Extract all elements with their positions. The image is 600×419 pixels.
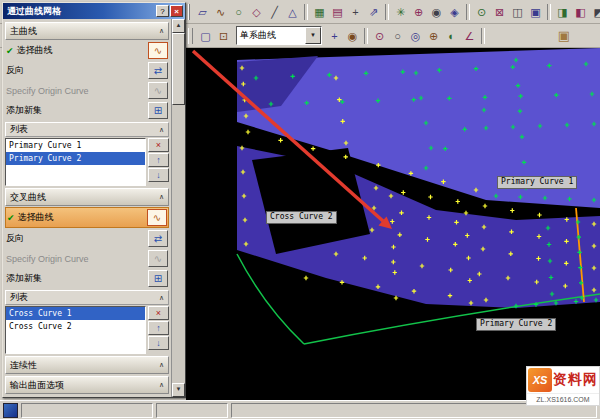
toolbar-icon[interactable]: ▢ [197,27,214,45]
toolbar-icon[interactable]: ▱ [194,3,211,21]
selection-toolbar-left-icons: ▢⊡ [197,27,232,45]
list-item[interactable]: Primary Curve 1 [6,139,145,152]
chevron-up-icon[interactable]: ∧ [159,294,164,302]
remove-item-button[interactable]: × [148,138,169,152]
cross-select-curve-row: ✔ 选择曲线 ∿ [5,207,169,228]
curve-label[interactable]: Primary Curve 2 [476,318,556,331]
primary-origin-button[interactable]: ∿ [148,82,168,99]
cross-origin-button[interactable]: ∿ [148,250,168,267]
dropdown-icon[interactable]: ▼ [305,27,321,44]
toolbar-icon[interactable]: ◧ [572,3,589,21]
toolbar-icon[interactable]: ∿ [212,3,229,21]
toolbar-icon[interactable]: + [326,27,343,45]
cross-curves-header[interactable]: 交叉曲线 ∧ [5,188,169,206]
dialog-close-button[interactable]: × [170,5,183,17]
toolbar-icon[interactable]: ∠ [461,27,478,45]
toolbar-icon[interactable]: ⊙ [473,3,490,21]
primary-curves-header[interactable]: 主曲线 ∧ [5,22,169,40]
view-cube-icon[interactable]: ▣ [554,26,574,46]
toolbar-icon[interactable]: ◈ [446,3,463,21]
list-item[interactable]: Cross Curve 2 [6,320,145,333]
move-up-button[interactable]: ↑ [148,321,169,335]
toolbar-grip[interactable] [188,4,190,20]
cross-add-set-label: 添加新集 [6,272,42,285]
cross-add-set-button[interactable]: ⊞ [148,270,168,287]
toolbar-separator [466,4,470,20]
list-item[interactable]: Cross Curve 1 [6,307,145,320]
cross-curve-list[interactable]: Cross Curve 1Cross Curve 2 [5,306,146,354]
primary-add-set-button[interactable]: ⊞ [148,102,168,119]
scrollbar-track[interactable] [172,33,185,383]
toolbar-icon[interactable]: ⊕ [425,27,442,45]
scrollbar-thumb[interactable] [172,33,185,105]
graphics-viewport[interactable]: Primary Curve 1Cross Curve 2Primary Curv… [186,48,600,400]
dialog-scrollbar[interactable]: ▲ ▼ [171,19,185,397]
scroll-down-button[interactable]: ▼ [172,383,185,397]
chevron-up-icon[interactable]: ∧ [159,27,164,35]
toolbar-icon[interactable]: ▣ [527,3,544,21]
through-curve-mesh-dialog: 通过曲线网格 ? × 主曲线 ∧ ✔ 选择曲线 ∿ 反向 ⇄ [2,2,186,398]
toolbar-icon[interactable]: ◫ [509,3,526,21]
toolbar-icon[interactable]: ╱ [266,3,283,21]
move-down-button[interactable]: ↓ [148,168,169,182]
scroll-up-button[interactable]: ▲ [172,19,185,33]
toolbar-icon[interactable]: ▤ [329,3,346,21]
remove-item-button[interactable]: × [148,306,169,320]
toolbar-separator [547,4,551,20]
primary-list-wrap: Primary Curve 1Primary Curve 2 × ↑ ↓ [5,138,169,186]
chevron-up-icon[interactable]: ∧ [159,381,164,389]
dialog-content: 主曲线 ∧ ✔ 选择曲线 ∿ 反向 ⇄ Specify Origin Curve… [3,19,171,397]
cross-origin-row: Specify Origin Curve ∿ [5,249,169,268]
toolbar-icon[interactable]: ○ [230,3,247,21]
primary-curves-header-label: 主曲线 [10,25,37,38]
toolbar-icon[interactable]: ◉ [344,27,361,45]
toolbar-icon[interactable]: △ [284,3,301,21]
primary-curve-list[interactable]: Primary Curve 1Primary Curve 2 [5,138,146,186]
cross-select-curve-button[interactable]: ∿ [147,209,167,226]
toolbar-icon[interactable]: ◇ [248,3,265,21]
toolbar-grip[interactable] [188,28,193,44]
watermark: XS 资料网 ZL.XS1616.COM [526,366,600,406]
toolbar-icon[interactable]: ◉ [428,3,445,21]
toolbar-icon[interactable]: ⇗ [365,3,382,21]
primary-add-set-label: 添加新集 [6,104,42,117]
curve-rule-combo[interactable]: 单系曲线 ▼ [236,26,322,45]
toolbar-icon[interactable]: ⊙ [371,27,388,45]
toolbar-icon[interactable]: ◨ [554,3,571,21]
cross-origin-label: Specify Origin Curve [6,254,89,264]
app-icon[interactable] [3,403,18,418]
toolbar-icon[interactable]: ◐ [443,27,460,45]
toolbar-icon[interactable]: ◎ [407,27,424,45]
chevron-up-icon[interactable]: ∧ [159,361,164,369]
toolbar-icon[interactable]: ⊠ [491,3,508,21]
curve-label[interactable]: Cross Curve 2 [266,211,337,224]
toolbar-icon[interactable]: ⊡ [215,27,232,45]
snap-point-icons: +◉⊙○◎⊕◐∠ [326,27,487,45]
primary-list-header[interactable]: 列表 ∧ [5,122,169,137]
dialog-help-button[interactable]: ? [156,5,169,17]
dialog-titlebar[interactable]: 通过曲线网格 ? × [3,3,185,19]
primary-select-curve-button[interactable]: ∿ [148,42,168,59]
output-surface-header-label: 输出曲面选项 [10,379,64,392]
toolbar-icon[interactable]: ✳ [392,3,409,21]
output-surface-header[interactable]: 输出曲面选项 ∧ [5,376,169,394]
chevron-up-icon[interactable]: ∧ [159,193,164,201]
move-down-button[interactable]: ↓ [148,336,169,350]
cross-list-header[interactable]: 列表 ∧ [5,290,169,305]
cross-list-label: 列表 [10,291,28,304]
list-item[interactable]: Primary Curve 2 [6,152,145,165]
cross-reverse-button[interactable]: ⇄ [148,230,168,247]
check-icon: ✔ [7,213,15,223]
curve-label[interactable]: Primary Curve 1 [497,176,577,189]
primary-reverse-button[interactable]: ⇄ [148,62,168,79]
chevron-up-icon[interactable]: ∧ [159,126,164,134]
move-up-button[interactable]: ↑ [148,153,169,167]
toolbar-icon[interactable]: ○ [389,27,406,45]
toolbar-icon[interactable]: + [347,3,364,21]
toolbar-separator [385,4,389,20]
toolbar-icon[interactable]: ◩ [590,3,600,21]
toolbar-icon[interactable]: ▦ [311,3,328,21]
toolbar-separator [364,28,368,44]
continuity-header[interactable]: 连续性 ∧ [5,356,169,374]
toolbar-icon[interactable]: ⊕ [410,3,427,21]
